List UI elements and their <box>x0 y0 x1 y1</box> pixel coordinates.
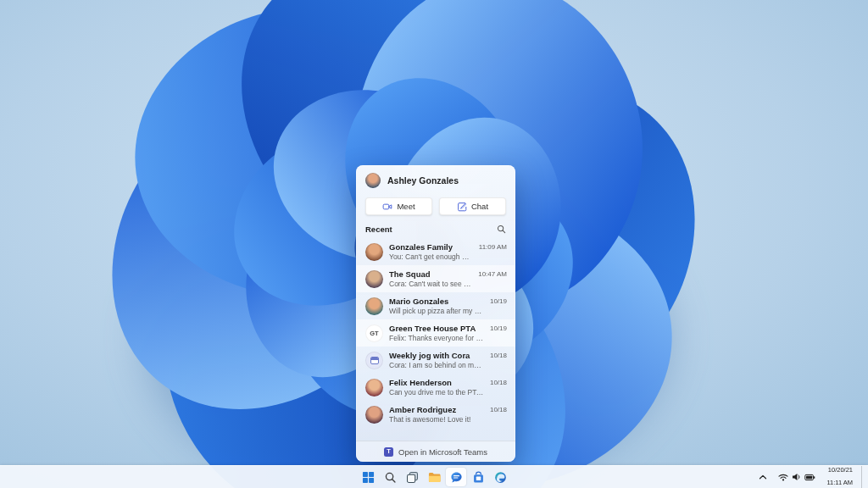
clock[interactable]: 10/20/21 11:11 AM <box>824 469 855 485</box>
conversation-row[interactable]: Felix Henderson Can you drive me to the … <box>356 374 515 401</box>
conversation-avatar <box>365 270 383 288</box>
video-camera-icon <box>382 202 392 212</box>
conversation-preview: You: Can't get enough of her. <box>389 252 473 262</box>
teams-icon: T <box>384 447 393 457</box>
conversation-text: The Squad Cora: Can't wait to see everyo… <box>389 269 472 289</box>
taskbar: 10/20/21 11:11 AM <box>0 465 868 488</box>
conversation-avatar <box>365 297 383 315</box>
conversation-avatar <box>365 379 383 396</box>
conversation-text: Green Tree House PTA Felix: Thanks every… <box>389 324 484 343</box>
store-icon <box>472 471 485 484</box>
flyout-header: Ashley Gonzales <box>356 165 515 191</box>
conversation-row[interactable]: Amber Rodriguez That is awesome! Love it… <box>356 401 515 428</box>
conversation-row[interactable]: GT Green Tree House PTA Felix: Thanks ev… <box>356 319 515 347</box>
conversation-name: Felix Henderson <box>389 378 484 388</box>
meet-button[interactable]: Meet <box>365 197 432 215</box>
conversation-preview: Will pick up pizza after my practice. <box>389 307 484 316</box>
conversation-row[interactable]: The Squad Cora: Can't wait to see everyo… <box>356 265 515 292</box>
user-name: Ashley Gonzales <box>387 175 459 186</box>
chat-button[interactable]: Chat <box>439 197 506 215</box>
volume-icon <box>792 473 801 481</box>
task-view-icon <box>406 471 419 484</box>
taskbar-center <box>358 468 510 486</box>
edge-icon <box>494 471 507 484</box>
conversation-preview: Can you drive me to the PTA today? <box>389 388 484 397</box>
conversation-name: Amber Rodriguez <box>389 405 484 415</box>
task-view-button[interactable] <box>402 468 422 486</box>
conversation-name: Green Tree House PTA <box>389 324 484 334</box>
conversation-name: Mario Gonzales <box>389 297 484 307</box>
search-button[interactable] <box>380 468 400 486</box>
user-avatar <box>365 173 381 188</box>
open-in-teams-link[interactable]: T Open in Microsoft Teams <box>356 441 515 462</box>
tray-time: 11:11 AM <box>826 479 853 488</box>
open-in-teams-label: Open in Microsoft Teams <box>398 447 487 457</box>
desktop: Ashley Gonzales Meet Chat Recent <box>0 0 868 488</box>
conversation-preview: Cora: I am so behind on my step goals. <box>389 361 484 370</box>
start-button[interactable] <box>358 468 378 486</box>
conversation-row[interactable]: Mario Gonzales Will pick up pizza after … <box>356 292 515 319</box>
conversation-text: Gonzales Family You: Can't get enough of… <box>389 242 473 262</box>
conversation-text: Mario Gonzales Will pick up pizza after … <box>389 297 484 316</box>
conversation-row[interactable]: Gonzales Family You: Can't get enough of… <box>356 238 515 265</box>
chat-button-label: Chat <box>471 202 488 211</box>
tray-date: 10/20/21 <box>828 466 853 475</box>
chat-taskbar-button[interactable] <box>446 468 466 486</box>
conversation-time: 10/19 <box>490 297 507 305</box>
conversation-time: 11:09 AM <box>479 242 507 251</box>
wifi-icon <box>778 473 788 481</box>
network-volume-battery-button[interactable] <box>776 469 818 485</box>
tray-overflow-button[interactable] <box>756 469 770 485</box>
conversation-name: Weekly jog with Cora <box>389 351 484 361</box>
conversation-avatar <box>365 406 383 424</box>
chevron-up-icon <box>759 474 767 480</box>
conversation-time: 10/19 <box>490 324 507 332</box>
search-icon[interactable] <box>497 225 506 234</box>
edge-button[interactable] <box>490 468 510 486</box>
chat-icon <box>450 471 463 484</box>
conversation-time: 10:47 AM <box>478 269 507 278</box>
conversation-preview: Felix: Thanks everyone for attending tod… <box>389 334 484 343</box>
conversation-preview: That is awesome! Love it! <box>389 415 484 424</box>
compose-icon <box>457 202 467 212</box>
conversation-list: Gonzales Family You: Can't get enough of… <box>356 238 515 441</box>
store-button[interactable] <box>468 468 488 486</box>
action-row: Meet Chat <box>356 191 515 223</box>
conversation-time: 10/18 <box>490 351 507 359</box>
conversation-text: Weekly jog with Cora Cora: I am so behin… <box>389 351 484 370</box>
taskbar-search-icon <box>384 471 397 484</box>
conversation-time: 10/18 <box>490 378 507 386</box>
conversation-row[interactable]: Weekly jog with Cora Cora: I am so behin… <box>356 347 515 374</box>
recent-label: Recent <box>365 225 392 234</box>
meet-button-label: Meet <box>397 202 415 211</box>
recent-header: Recent <box>356 223 515 238</box>
file-explorer-button[interactable] <box>424 468 444 486</box>
conversation-avatar <box>365 243 383 261</box>
conversation-avatar: GT <box>365 324 383 342</box>
battery-icon <box>804 474 815 481</box>
conversation-text: Felix Henderson Can you drive me to the … <box>389 378 484 397</box>
file-explorer-icon <box>428 471 441 484</box>
conversation-time: 10/18 <box>490 405 507 413</box>
conversation-name: Gonzales Family <box>389 242 473 252</box>
conversation-text: Amber Rodriguez That is awesome! Love it… <box>389 405 484 424</box>
start-icon <box>362 471 375 484</box>
conversation-preview: Cora: Can't wait to see everyone! <box>389 280 472 289</box>
show-desktop-button[interactable] <box>861 466 865 488</box>
system-tray: 10/20/21 11:11 AM <box>756 466 865 488</box>
conversation-name: The Squad <box>389 269 472 280</box>
teams-chat-flyout: Ashley Gonzales Meet Chat Recent <box>356 165 515 462</box>
conversation-avatar <box>365 352 383 369</box>
calendar-icon <box>370 357 379 364</box>
